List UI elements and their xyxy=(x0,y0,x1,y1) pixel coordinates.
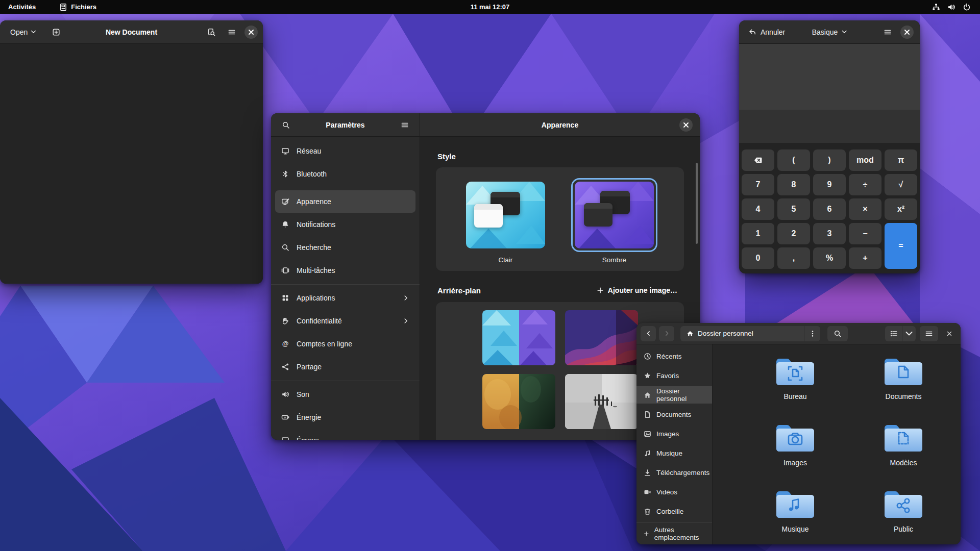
calc-key-multiply[interactable]: × xyxy=(849,198,881,220)
calc-key-equals[interactable]: = xyxy=(885,223,917,269)
calc-key-three[interactable]: 3 xyxy=(813,223,846,244)
wallpaper-pier-monochrome[interactable] xyxy=(565,374,638,429)
calc-key-one[interactable]: 1 xyxy=(742,223,774,244)
back-button[interactable] xyxy=(641,326,656,341)
settings-nav-item-partage[interactable]: Partage xyxy=(275,356,415,378)
settings-close-button[interactable] xyxy=(679,118,693,132)
calculator-entry-field[interactable] xyxy=(739,110,920,144)
calc-key-plus[interactable]: + xyxy=(849,247,881,269)
settings-nav-item-apparence[interactable]: Apparence xyxy=(275,190,415,213)
calc-key-x-squared[interactable]: x² xyxy=(885,198,917,220)
calc-key-mod[interactable]: mod xyxy=(849,149,881,171)
wallpaper-split-default[interactable] xyxy=(482,310,555,365)
settings-nav-item-comptes-en-ligne[interactable]: @Comptes en ligne xyxy=(275,333,415,355)
wallpaper-painting-orange-green[interactable] xyxy=(482,374,555,429)
settings-nav-item-notifications[interactable]: Notifications xyxy=(275,213,415,236)
path-bar[interactable]: Dossier personnel xyxy=(680,326,820,341)
settings-nav-item-multi-taches[interactable]: Multi-tâches xyxy=(275,259,415,282)
calc-key-zero[interactable]: 0 xyxy=(742,247,774,269)
undo-button[interactable]: Annuler xyxy=(745,26,788,38)
sidebar-item-images[interactable]: Images xyxy=(636,425,712,442)
document-overview-button[interactable] xyxy=(204,24,219,40)
settings-nav-item-son[interactable]: Son xyxy=(275,383,415,406)
calculator-close-button[interactable] xyxy=(900,26,914,39)
clock-button[interactable]: 11 mai 12:07 xyxy=(465,0,515,14)
editor-text-area[interactable] xyxy=(0,44,263,284)
calc-key-four[interactable]: 4 xyxy=(742,198,774,220)
calc-key-comma[interactable]: , xyxy=(777,247,810,269)
files-close-button[interactable] xyxy=(942,327,957,341)
files-search-button[interactable] xyxy=(827,326,848,341)
settings-search-button[interactable] xyxy=(278,117,293,133)
settings-menu-button[interactable] xyxy=(397,117,412,133)
location-menu-button[interactable] xyxy=(804,326,820,341)
view-toggle-button xyxy=(885,326,916,341)
calculator-mode-label: Basique xyxy=(812,28,838,36)
calc-key-pi[interactable]: π xyxy=(885,149,917,171)
calc-key-sqrt[interactable]: √ xyxy=(885,174,917,195)
forward-button[interactable] xyxy=(659,326,674,341)
calc-key-seven[interactable]: 7 xyxy=(742,174,774,195)
settings-scrollbar[interactable] xyxy=(696,163,698,244)
style-option-sombre[interactable]: Sombre xyxy=(571,178,657,264)
sidebar-item-videos[interactable]: Vidéos xyxy=(636,483,712,500)
style-option-clair[interactable]: Clair xyxy=(462,178,549,264)
calculator-headerbar: Annuler Basique xyxy=(739,20,920,44)
calc-key-eight[interactable]: 8 xyxy=(777,174,810,195)
image-icon xyxy=(644,430,651,438)
battery-icon xyxy=(281,413,289,421)
activities-button[interactable]: Activités xyxy=(3,0,41,14)
add-background-image-button[interactable]: Ajouter une image… xyxy=(593,284,681,296)
settings-nav-label: Énergie xyxy=(297,413,321,421)
editor-menu-button[interactable] xyxy=(224,24,239,40)
sidebar-item-telechargements[interactable]: Téléchargements xyxy=(636,464,712,481)
calc-key-nine[interactable]: 9 xyxy=(813,174,846,195)
settings-nav-item-bluetooth[interactable]: Bluetooth xyxy=(275,163,415,185)
calc-key-minus[interactable]: − xyxy=(849,223,881,244)
calc-key-open-paren[interactable]: ( xyxy=(777,149,810,171)
folder-modeles[interactable]: Modèles xyxy=(860,422,947,467)
files-menu-button[interactable] xyxy=(920,326,938,341)
calc-key-six[interactable]: 6 xyxy=(813,198,846,220)
calculator-menu-button[interactable] xyxy=(880,24,895,40)
new-tab-button[interactable] xyxy=(48,24,64,40)
app-menu-button[interactable]: Fichiers xyxy=(54,0,102,14)
files-content-area[interactable]: Bureau Documents Images Modèles Musique … xyxy=(713,344,961,544)
sidebar-item-corbeille[interactable]: Corbeille xyxy=(636,503,712,520)
sidebar-item-dossier-personnel[interactable]: Dossier personnel xyxy=(636,386,712,404)
settings-nav-item-recherche[interactable]: Recherche xyxy=(275,236,415,259)
settings-nav-item-energie[interactable]: Énergie xyxy=(275,406,415,429)
folder-images[interactable]: Images xyxy=(752,422,839,467)
folder-musique[interactable]: Musique xyxy=(752,489,839,533)
editor-close-button[interactable] xyxy=(244,26,258,39)
view-options-button[interactable] xyxy=(902,326,916,341)
calc-key-five[interactable]: 5 xyxy=(777,198,810,220)
sidebar-item-other-locations[interactable]: Autres emplacements xyxy=(636,525,712,542)
calc-key-close-paren[interactable]: ) xyxy=(813,149,846,171)
settings-nav-item-applications[interactable]: Applications xyxy=(275,287,415,309)
desktop: Activités Fichiers 11 mai 12:07 Open New… xyxy=(0,0,980,551)
separator xyxy=(275,282,415,287)
network-icon xyxy=(932,3,940,11)
sidebar-item-musique[interactable]: Musique xyxy=(636,444,712,462)
calc-key-percent[interactable]: % xyxy=(813,247,846,269)
files-headerbar: Dossier personnel xyxy=(636,323,961,344)
system-status-area[interactable] xyxy=(927,0,976,14)
folder-bureau[interactable]: Bureau xyxy=(752,356,839,400)
settings-nav-item-ecrans[interactable]: Écrans xyxy=(275,429,415,440)
sidebar-item-documents[interactable]: Documents xyxy=(636,406,712,423)
sidebar-item-recents[interactable]: Récents xyxy=(636,347,712,365)
sidebar-item-favoris[interactable]: Favoris xyxy=(636,367,712,384)
open-document-button[interactable]: Open xyxy=(7,26,39,38)
calculator-mode-button[interactable]: Basique xyxy=(809,26,850,38)
wallpaper-waves-purple[interactable] xyxy=(565,310,638,365)
settings-nav-item-confidentialite[interactable]: Confidentialité xyxy=(275,310,415,332)
settings-nav-item-reseau[interactable]: Réseau xyxy=(275,140,415,162)
calc-key-backspace[interactable] xyxy=(742,149,774,171)
folder-public[interactable]: Public xyxy=(860,489,947,533)
hand-icon xyxy=(281,317,289,325)
list-view-button[interactable] xyxy=(885,326,902,341)
calc-key-divide[interactable]: ÷ xyxy=(849,174,881,195)
calc-key-two[interactable]: 2 xyxy=(777,223,810,244)
folder-documents[interactable]: Documents xyxy=(860,356,947,400)
